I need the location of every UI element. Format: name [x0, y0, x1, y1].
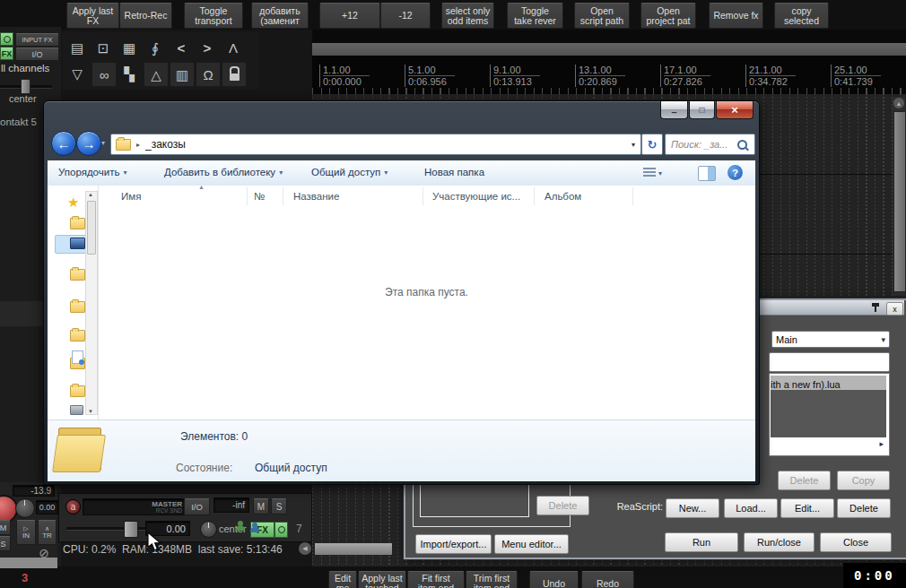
- reascript-edit-button[interactable]: Edit...: [780, 498, 834, 518]
- fx-button-clipped[interactable]: FX: [0, 47, 13, 60]
- preview-pane-button[interactable]: [698, 166, 716, 181]
- toolbar-button-copy-selected[interactable]: copy selected: [774, 3, 829, 29]
- master-mute-button[interactable]: M: [253, 498, 269, 514]
- menu-editor-button[interactable]: Menu editor...: [494, 534, 569, 554]
- save-project-icon[interactable]: ▦: [118, 36, 141, 59]
- column-separator[interactable]: [283, 187, 283, 205]
- pin-button[interactable]: [870, 302, 881, 313]
- envelope-icon[interactable]: △: [144, 62, 169, 87]
- bottom-button-fit-first-item-end[interactable]: Fit first item end: [407, 571, 465, 588]
- toolbar-button-select-odd[interactable]: select only odd items: [441, 3, 494, 29]
- snap-magnet-icon[interactable]: Ω: [196, 62, 221, 87]
- track-resize-strip[interactable]: [0, 558, 57, 568]
- bottom-button-redo[interactable]: Redo: [581, 571, 634, 588]
- bottom-button-apply-last-touched[interactable]: Apply last touched: [358, 571, 406, 588]
- breadcrumb[interactable]: _закозы: [145, 138, 632, 151]
- track3-volume-value[interactable]: 0.00: [36, 500, 58, 514]
- vertical-scrollbar[interactable]: ▲: [893, 97, 905, 296]
- timeline-ruler[interactable]: 1.1.000:00.000 5.1.000:06.956 9.1.000:13…: [312, 56, 906, 94]
- minimize-button[interactable]: –: [660, 101, 688, 119]
- sidebar-scrollbar[interactable]: ▲ ▼: [85, 191, 98, 415]
- action-list-hscrollbar[interactable]: ▸: [771, 437, 886, 453]
- mouse-modifier-icon[interactable]: ▽: [65, 62, 89, 85]
- ripple-edit-icon[interactable]: ▚: [118, 62, 141, 85]
- metronome-icon[interactable]: Λ: [222, 36, 245, 59]
- master-peak-display[interactable]: -inf: [213, 497, 249, 513]
- master-solo-button[interactable]: S: [271, 498, 287, 514]
- horizontal-scroll-thumb[interactable]: [314, 542, 393, 556]
- master-volume-handle[interactable]: [124, 521, 138, 538]
- fx-enable-button[interactable]: [0, 32, 13, 46]
- column-separator[interactable]: [247, 187, 248, 205]
- import-export-button[interactable]: Import/export...: [415, 534, 492, 554]
- lock-icon[interactable]: [222, 62, 247, 87]
- redo-icon[interactable]: >: [196, 36, 219, 59]
- sidebar-scroll-thumb[interactable]: [87, 201, 96, 255]
- track3-input-button[interactable]: ▷ IN: [16, 520, 36, 545]
- column-header-album[interactable]: Альбом: [544, 191, 581, 202]
- input-fx-button[interactable]: INPUT FX: [15, 33, 59, 47]
- reascript-load-button[interactable]: Load...: [724, 498, 778, 518]
- master-volume-value[interactable]: 0.00: [145, 521, 190, 536]
- master-fx-power-button[interactable]: [274, 522, 288, 538]
- scroll-up-button[interactable]: ▲: [893, 98, 904, 108]
- address-dropdown-icon[interactable]: ▾: [632, 141, 635, 149]
- undo-icon[interactable]: <: [170, 36, 193, 59]
- open-project-icon[interactable]: ⊡: [91, 36, 115, 59]
- organize-menu[interactable]: Упорядочить▾: [58, 167, 126, 177]
- close-window-button[interactable]: ×: [716, 101, 754, 119]
- toolbar-button-minus12[interactable]: -12: [380, 3, 431, 29]
- help-button[interactable]: ?: [727, 165, 743, 180]
- sidebar-saved-search-icon[interactable]: [72, 350, 83, 364]
- sidebar-folder-icon[interactable]: [70, 301, 85, 313]
- reascript-new-button[interactable]: New...: [666, 498, 719, 518]
- io-button-top[interactable]: I/O: [15, 48, 59, 61]
- bottom-button-edit-me[interactable]: Edit me: [328, 571, 357, 588]
- toolbar-button-open-script-path[interactable]: Open script path: [574, 3, 630, 29]
- forward-button[interactable]: →: [76, 131, 101, 156]
- shortcut-delete-button[interactable]: Delete: [536, 496, 589, 515]
- search-box[interactable]: Поиск: _за...: [665, 134, 755, 155]
- bottom-button-trim-first-item-end[interactable]: Trim first item end: [466, 571, 518, 588]
- copy-button[interactable]: Copy: [837, 471, 890, 490]
- sidebar-folder-icon[interactable]: [70, 269, 85, 281]
- share-menu[interactable]: Общий доступ▾: [311, 167, 388, 177]
- refresh-button[interactable]: ↻: [641, 134, 663, 155]
- track3-solo-button[interactable]: S: [0, 536, 11, 551]
- column-header-artists[interactable]: Участвующие ис...: [432, 191, 520, 202]
- delete-button-top[interactable]: Delete: [778, 471, 831, 490]
- sidebar-folder-icon[interactable]: [70, 330, 85, 342]
- master-name-field[interactable]: MASTER RCV SND: [83, 498, 185, 515]
- pan-slider-handle[interactable]: [21, 79, 30, 94]
- sidebar-computer-icon[interactable]: [70, 238, 85, 249]
- grid-toggle-icon[interactable]: ▥: [170, 62, 195, 87]
- dialog-close-button[interactable]: x: [886, 302, 903, 316]
- scroll-up-icon[interactable]: ▲: [88, 192, 93, 197]
- project-settings-icon[interactable]: ∮: [144, 36, 167, 59]
- track3-mute-button[interactable]: M: [0, 520, 11, 535]
- add-to-library-menu[interactable]: Добавить в библиотеку▾: [164, 167, 283, 177]
- new-project-icon[interactable]: ▤: [65, 36, 89, 59]
- vertical-scroll-thumb[interactable]: [893, 111, 906, 292]
- toolbar-button-toggle-take[interactable]: Toggle take rever: [507, 3, 563, 29]
- run-close-button[interactable]: Run/close: [744, 532, 815, 552]
- action-list[interactable]: ith a new fn).lua ▸: [769, 373, 890, 456]
- scroll-left-button[interactable]: ◀: [299, 542, 311, 555]
- master-io-button[interactable]: I/O: [184, 498, 210, 515]
- reascript-delete-button[interactable]: Delete: [837, 498, 891, 518]
- close-button[interactable]: Close: [820, 532, 892, 552]
- new-folder-button[interactable]: Новая папка: [424, 167, 484, 177]
- toolbar-button-apply-last-fx[interactable]: Apply last FX: [66, 3, 119, 29]
- track3-volume-knob[interactable]: [15, 498, 35, 518]
- bottom-button-undo[interactable]: Undo: [529, 571, 579, 588]
- action-list-selected-row[interactable]: ith a new fn).lua: [771, 376, 886, 390]
- history-dropdown[interactable]: ▾: [101, 139, 105, 147]
- column-separator[interactable]: [534, 187, 535, 205]
- run-button[interactable]: Run: [665, 532, 738, 552]
- toolbar-button-plus12[interactable]: +12: [319, 3, 380, 29]
- views-button[interactable]: ▾: [643, 166, 674, 180]
- column-separator[interactable]: [423, 187, 423, 205]
- column-header-title[interactable]: Название: [293, 191, 339, 202]
- address-bar[interactable]: ▸ _закозы ▾: [110, 134, 641, 155]
- maximize-button[interactable]: □: [689, 101, 715, 119]
